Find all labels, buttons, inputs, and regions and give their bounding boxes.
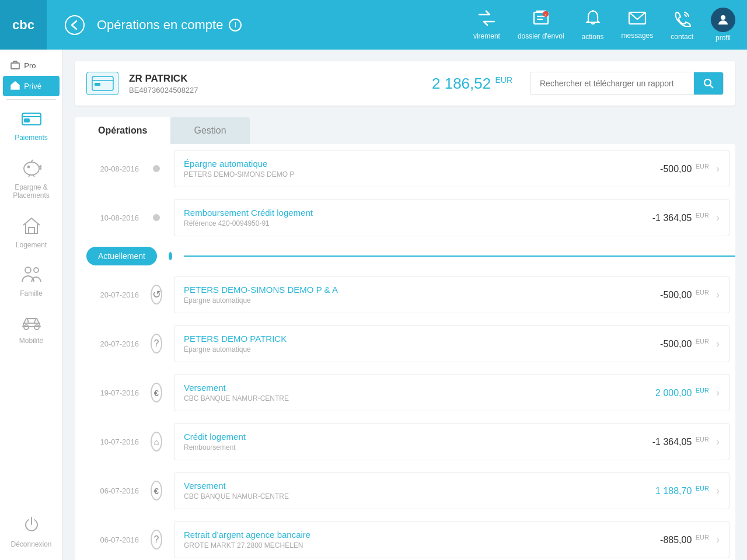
nav-actions-label: actions [582,33,604,41]
op-date-9: 06-07-2016 [75,521,151,558]
nav-messages[interactable]: messages [622,10,654,40]
svg-point-17 [34,268,39,272]
operation-item-credit-logement[interactable]: Crédit logement Remboursement -1 364,05 … [174,423,729,460]
refresh-icon: ↺ [151,285,162,304]
chevron-right-icon-6: › [716,387,720,399]
nav-dossier-label: dossier d'envoi [518,32,564,40]
op-dot-5: ? [151,325,162,362]
op-amount-4: -500,00 EUR [660,289,709,300]
op-title-6: Versement [184,383,655,393]
sidebar-item-famille[interactable]: Famille [0,257,62,306]
family-icon [20,265,43,287]
nav-profil[interactable]: profil [711,8,735,42]
op-date-8: 06-07-2016 [75,472,151,509]
op-title-4: PETERS DEMO-SIMONS DEMO P & A [184,285,660,295]
op-title: Épargne automatique [184,159,660,169]
operation-group-6: 19-07-2016 € Versement CBC BANQUE NAMUR-… [75,368,735,417]
op-date-4: 20-07-2016 [75,276,151,313]
account-currency: EUR [495,75,512,85]
currently-button[interactable]: Actuellement [86,247,157,265]
op-dot-9: ? [151,521,162,558]
account-name: ZR PATRICK [129,73,198,85]
op-cards-6: Versement CBC BANQUE NAMUR-CENTRE 2 000,… [162,374,735,411]
search-input[interactable] [530,73,694,94]
main-layout: Pro Privé Paiements [0,50,747,560]
question-icon-1: ? [151,334,162,354]
operation-item-versement-1[interactable]: Versement CBC BANQUE NAMUR-CENTRE 2 000,… [174,374,729,411]
sidebar-tab-pro[interactable]: Pro [3,55,59,76]
home-small-icon [10,80,20,92]
op-amount-7: -1 364,05 EUR [652,436,709,447]
op-amount-5: -500,00 EUR [660,338,709,349]
car-icon [20,314,43,334]
nav-actions[interactable]: actions [582,9,604,41]
profile-avatar [711,8,735,32]
nav-virement[interactable]: virement [473,10,500,40]
svg-point-8 [721,15,725,20]
op-card-info-9: Retrait d'argent agence bancaire GROTE M… [184,530,660,550]
chevron-right-icon: › [716,163,720,175]
credit-card-icon [21,111,42,131]
operation-item-peters-patrick[interactable]: PETERS DEMO PATRICK Epargne automatique … [174,325,729,362]
op-cards-9: Retrait d'argent agence bancaire GROTE M… [162,521,735,558]
op-cards-4: PETERS DEMO-SIMONS DEMO P & A Epargne au… [162,276,735,313]
question-icon-2: ? [151,530,162,550]
operation-group-5: 20-07-2016 ? PETERS DEMO PATRICK Epargne… [75,319,735,368]
house-dot-icon: ⌂ [151,432,162,452]
chevron-right-icon-4: › [716,289,720,301]
nav-virement-label: virement [473,32,500,40]
op-dot-1 [151,150,162,187]
svg-point-18 [24,325,29,330]
sidebar-item-logement[interactable]: Logement [0,208,62,257]
sidebar-tab-prive[interactable]: Privé [3,76,59,96]
dot-circle-1 [152,164,161,173]
tab-gestion[interactable]: Gestion [170,117,249,144]
op-dot-7: ⌂ [151,423,162,460]
operation-item-retrait[interactable]: Retrait d'argent agence bancaire GROTE M… [174,521,729,558]
op-sub-8: CBC BANQUE NAMUR-CENTRE [184,492,655,501]
sidebar-famille-label: Famille [20,289,43,298]
nav-contact[interactable]: contact [671,9,693,41]
operation-item-peters-simons[interactable]: PETERS DEMO-SIMONS DEMO P & A Epargne au… [174,276,729,313]
sidebar-item-paiements[interactable]: Paiements [0,103,62,150]
euro-icon-1: € [151,383,162,402]
back-button[interactable] [64,15,85,36]
timeline: 20-08-2016 Épargne automatique PETERS DE… [75,144,735,560]
sidebar-item-deconnexion[interactable]: Déconnexion [11,515,51,548]
sidebar-item-mobilite[interactable]: Mobilité [0,306,62,353]
operations-container: 20-08-2016 Épargne automatique PETERS DE… [75,144,735,560]
op-date-7: 10-07-2016 [75,423,151,460]
sidebar: Pro Privé Paiements [0,50,63,560]
op-amount: -500,00 EUR [660,163,709,174]
info-icon[interactable]: i [229,19,242,32]
operation-item-epargne-auto[interactable]: Épargne automatique PETERS DEMO-SIMONS D… [174,150,729,187]
nav-dossier[interactable]: 1 dossier d'envoi [518,10,564,40]
operation-item-remboursement[interactable]: Remboursement Crédit logement Référence … [174,199,729,236]
main-content: ZR PATRICK BE48736024508227 2 186,52 EUR… [63,50,747,560]
operation-group-1: 20-08-2016 Épargne automatique PETERS DE… [75,144,735,193]
dot-circle-2 [152,213,161,222]
logo-text: cbc [12,18,34,33]
header: cbc Opérations en compte i virement [0,0,747,50]
chevron-right-icon-7: › [716,436,720,448]
op-date-2: 10-08-2016 [75,199,151,236]
op-card-info-2: Remboursement Crédit logement Référence … [184,208,652,228]
op-date-6: 19-07-2016 [75,374,151,411]
op-amount-8: 1 188,70 EUR [655,485,709,496]
op-sub-4: Epargne automatique [184,296,660,304]
sidebar-tabs: Pro Privé [0,55,62,96]
op-title-5: PETERS DEMO PATRICK [184,334,660,344]
search-button[interactable] [694,72,723,94]
sidebar-item-epargne[interactable]: Epargne &Placements [0,150,62,208]
svg-rect-9 [11,63,19,69]
op-amount-6: 2 000,00 EUR [655,387,709,398]
op-dot-6: € [151,374,162,411]
currently-line [184,256,735,257]
page-title: Opérations en compte i [97,18,242,33]
op-title-8: Versement [184,481,655,491]
op-date-5: 20-07-2016 [75,325,151,362]
op-title-7: Crédit logement [184,432,652,442]
operation-item-versement-2[interactable]: Versement CBC BANQUE NAMUR-CENTRE 1 188,… [174,472,729,509]
tab-operations[interactable]: Opérations [75,117,170,144]
svg-rect-12 [25,119,29,122]
